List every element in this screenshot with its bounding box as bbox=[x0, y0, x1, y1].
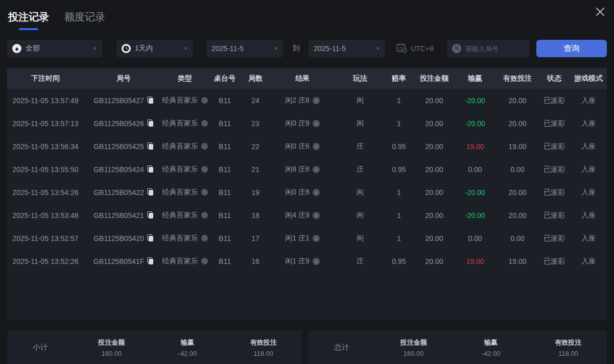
cell-table-no: B11 bbox=[206, 112, 243, 135]
copy-icon[interactable] bbox=[147, 119, 154, 127]
video-dot-icon[interactable] bbox=[201, 235, 208, 241]
game-type-select[interactable]: ♠ 全部 ▼ bbox=[7, 40, 102, 57]
cell-win-loss: -20.00 bbox=[454, 204, 497, 227]
bet-records-table: 下注时间局号类型桌台号局数结果玩法赔率投注金额输赢有效投注状态游戏模式 2025… bbox=[7, 68, 607, 273]
cell-bet-amount: 20.00 bbox=[415, 112, 454, 135]
spade-icon: ♠ bbox=[12, 44, 21, 53]
info-icon[interactable]: i bbox=[313, 258, 320, 265]
cell-round-id: GB1125B05426 bbox=[84, 112, 163, 135]
date-to-select[interactable]: 2025-11-5 ▼ bbox=[309, 40, 385, 57]
table-row: 2025-11-05 13:55:50 GB1125B05424 经典百家乐 B… bbox=[7, 158, 607, 181]
cell-odds: 0.95 bbox=[383, 158, 415, 181]
cell-round-id: GB1125B05427 bbox=[84, 89, 163, 112]
cell-win-loss: 0.00 bbox=[454, 158, 497, 181]
table-row: 2025-11-05 13:56:34 GB1125B05425 经典百家乐 B… bbox=[7, 135, 607, 158]
cell-round-id: GB1125B05425 bbox=[84, 135, 163, 158]
timezone-indicator: UTC+8 bbox=[396, 43, 434, 55]
cell-type: 经典百家乐 bbox=[163, 204, 206, 227]
time-range-select[interactable]: 1天内 ▼ bbox=[116, 40, 193, 57]
cell-odds: 0.95 bbox=[383, 135, 415, 158]
cell-round: 22 bbox=[243, 135, 268, 158]
table-row: 2025-11-05 13:57:13 GB1125B05426 经典百家乐 B… bbox=[7, 112, 607, 135]
column-header: 赔率 bbox=[383, 68, 415, 89]
cell-round: 17 bbox=[243, 227, 268, 250]
info-icon[interactable]: i bbox=[313, 120, 320, 127]
cell-round: 19 bbox=[243, 181, 268, 204]
cell-time: 2025-11-05 13:57:49 bbox=[7, 89, 84, 112]
cell-round-id: GB1125B05422 bbox=[84, 181, 163, 204]
table-header-row: 下注时间局号类型桌台号局数结果玩法赔率投注金额输赢有效投注状态游戏模式 bbox=[7, 68, 607, 89]
info-icon[interactable]: i bbox=[313, 212, 320, 219]
round-number-input[interactable] bbox=[465, 45, 525, 53]
cell-valid-bet: 19.00 bbox=[497, 250, 538, 273]
cell-type: 经典百家乐 bbox=[163, 227, 206, 250]
table-row: 2025-11-05 13:52:26 GB1125B0541F 经典百家乐 B… bbox=[7, 250, 607, 273]
close-icon[interactable] bbox=[594, 5, 607, 18]
tab-quota-records[interactable]: 额度记录 bbox=[64, 10, 105, 30]
copy-icon[interactable] bbox=[147, 165, 154, 173]
total-bar: 总计 投注金额 160.00 输赢 -42.00 有效投注 118.00 bbox=[309, 331, 607, 364]
copy-icon[interactable] bbox=[147, 234, 154, 242]
cell-bet-amount: 20.00 bbox=[415, 135, 454, 158]
info-icon[interactable]: i bbox=[313, 143, 320, 150]
cell-time: 2025-11-05 13:54:26 bbox=[7, 181, 84, 204]
search-button[interactable]: 查询 bbox=[536, 40, 607, 57]
info-icon[interactable]: i bbox=[313, 235, 320, 242]
video-dot-icon[interactable] bbox=[201, 97, 208, 104]
chevron-down-icon: ▼ bbox=[371, 46, 380, 51]
info-icon[interactable]: i bbox=[313, 189, 320, 196]
cell-mode: 入座 bbox=[570, 204, 607, 227]
cell-time: 2025-11-05 13:52:26 bbox=[7, 250, 84, 273]
cell-mode: 入座 bbox=[570, 112, 607, 135]
cell-mode: 入座 bbox=[570, 181, 607, 204]
cell-win-loss: -20.00 bbox=[454, 112, 497, 135]
cell-round-id: GB1125B05424 bbox=[84, 158, 163, 181]
video-dot-icon[interactable] bbox=[201, 120, 208, 127]
subtotal-label: 小计 bbox=[7, 343, 74, 352]
info-icon[interactable]: i bbox=[313, 166, 320, 173]
copy-icon[interactable] bbox=[147, 96, 154, 104]
cell-play: 闲 bbox=[337, 112, 383, 135]
video-dot-icon[interactable] bbox=[201, 258, 208, 264]
cell-odds: 1 bbox=[383, 112, 415, 135]
round-number-field[interactable]: 局 bbox=[447, 40, 530, 57]
column-header: 局号 bbox=[84, 68, 163, 89]
cell-mode: 入座 bbox=[570, 89, 607, 112]
cell-odds: 1 bbox=[383, 204, 415, 227]
video-dot-icon[interactable] bbox=[201, 212, 208, 219]
cell-round: 16 bbox=[243, 250, 268, 273]
total-label: 总计 bbox=[309, 343, 375, 352]
tab-bet-records[interactable]: 投注记录 bbox=[8, 10, 49, 30]
cell-table-no: B11 bbox=[206, 135, 243, 158]
copy-icon[interactable] bbox=[147, 257, 154, 265]
cell-play: 闲 bbox=[337, 204, 383, 227]
column-header: 下注时间 bbox=[7, 68, 84, 89]
cell-bet-amount: 20.00 bbox=[415, 181, 454, 204]
table-row: 2025-11-05 13:53:48 GB1125B05421 经典百家乐 B… bbox=[7, 204, 607, 227]
copy-icon[interactable] bbox=[147, 211, 154, 219]
date-from-select[interactable]: 2025-11-5 ▼ bbox=[206, 40, 283, 57]
date-from-value: 2025-11-5 bbox=[211, 44, 244, 53]
copy-icon[interactable] bbox=[147, 188, 154, 196]
video-dot-icon[interactable] bbox=[201, 189, 208, 196]
cell-status: 已派彩 bbox=[538, 250, 570, 273]
info-icon[interactable]: i bbox=[313, 97, 320, 104]
cell-result: 闲0 庄8 i bbox=[268, 181, 337, 204]
cell-type: 经典百家乐 bbox=[163, 89, 206, 112]
table-row: 2025-11-05 13:52:57 GB1125B05420 经典百家乐 B… bbox=[7, 227, 607, 250]
cell-bet-amount: 20.00 bbox=[415, 227, 454, 250]
column-header: 玩法 bbox=[337, 68, 383, 89]
cell-play: 庄 bbox=[337, 135, 383, 158]
cell-status: 已派彩 bbox=[538, 112, 570, 135]
cell-valid-bet: 20.00 bbox=[497, 181, 538, 204]
cell-result: 闲0 庄6 i bbox=[268, 135, 337, 158]
copy-icon[interactable] bbox=[147, 142, 154, 150]
cell-mode: 入座 bbox=[570, 135, 607, 158]
video-dot-icon[interactable] bbox=[201, 166, 208, 173]
cell-round: 21 bbox=[243, 158, 268, 181]
video-dot-icon[interactable] bbox=[201, 143, 208, 150]
column-header: 状态 bbox=[538, 68, 570, 89]
cell-table-no: B11 bbox=[206, 158, 243, 181]
cell-mode: 入座 bbox=[570, 158, 607, 181]
cell-valid-bet: 20.00 bbox=[497, 89, 538, 112]
